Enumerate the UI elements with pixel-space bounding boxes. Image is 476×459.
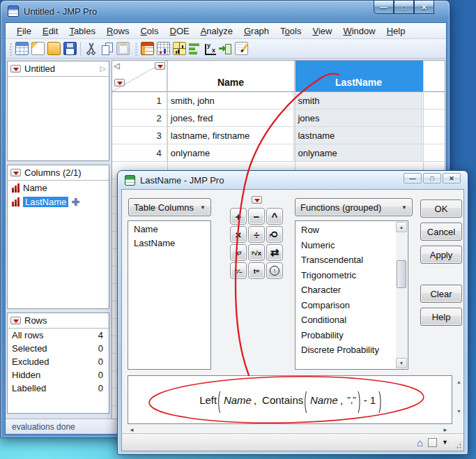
formula-token[interactable]: (: [305, 386, 307, 413]
keypad-toggle-button[interactable]: [428, 438, 437, 447]
name-cell[interactable]: lastname, firstname: [167, 127, 295, 144]
rows-menu-icon[interactable]: [114, 79, 125, 86]
open-icon[interactable]: [47, 42, 61, 55]
cut-icon[interactable]: [84, 42, 98, 55]
function-group-item[interactable]: Numeric: [295, 238, 395, 253]
lastname-cell[interactable]: onlyname: [294, 144, 422, 161]
data-table-icon[interactable]: [141, 42, 154, 55]
function-group-item[interactable]: Probability: [295, 328, 395, 343]
keypad-switch-terms-button[interactable]: Q: [266, 226, 283, 243]
formula-token[interactable]: ",": [347, 395, 356, 405]
column-item-name[interactable]: Name: [8, 181, 109, 195]
menu-graph[interactable]: Graph: [238, 24, 275, 38]
functions-dropdown[interactable]: Functions (grouped) ▼: [295, 198, 413, 216]
clear-button[interactable]: Clear: [420, 285, 462, 303]
function-group-item[interactable]: Transcendental: [295, 253, 395, 268]
function-group-item[interactable]: Discrete Probability: [295, 343, 395, 358]
function-group-item[interactable]: Conditional: [295, 313, 395, 328]
menu-view[interactable]: View: [307, 24, 337, 38]
paste-icon[interactable]: [116, 42, 130, 55]
lastname-cell[interactable]: lastname: [294, 127, 422, 144]
minimize-button[interactable]: —: [374, 1, 394, 14]
formula-token[interactable]: (: [218, 386, 221, 413]
lastname-cell[interactable]: jones: [294, 110, 422, 126]
keypad-sign-button[interactable]: ⁺⁄₋: [230, 262, 247, 279]
grid-corner-cell[interactable]: ◁: [112, 61, 167, 92]
status-dropdown-icon[interactable]: ▼: [442, 439, 448, 446]
formula-scroll-up-icon[interactable]: ▲: [455, 379, 463, 384]
formula-token[interactable]: - 1: [364, 394, 376, 406]
formula-token[interactable]: Contains: [262, 394, 303, 406]
copy-icon[interactable]: [100, 42, 114, 55]
menu-edit[interactable]: Edit: [37, 24, 63, 38]
keypad-add-button[interactable]: +: [230, 208, 247, 225]
function-group-item[interactable]: Comparison: [295, 298, 395, 313]
menu-analyze[interactable]: Analyze: [195, 24, 238, 38]
formula-token[interactable]: ): [379, 386, 382, 413]
table-column-item[interactable]: LastName: [128, 236, 210, 250]
collapse-left-icon[interactable]: ◁: [114, 61, 119, 70]
empty-cell[interactable]: [422, 144, 445, 161]
formula-token[interactable]: Left: [199, 394, 217, 406]
red-triangle-icon[interactable]: [10, 317, 21, 324]
table-columns-list[interactable]: NameLastName: [128, 220, 211, 370]
new-data-table-icon[interactable]: [15, 42, 29, 55]
table-columns-dropdown[interactable]: Table Columns ▼: [128, 198, 211, 216]
graph-builder-icon[interactable]: [189, 42, 202, 55]
save-icon[interactable]: [63, 42, 77, 55]
keypad-subtract-button[interactable]: −: [248, 208, 265, 225]
menu-tables[interactable]: Tables: [63, 24, 101, 38]
name-cell[interactable]: smith, john: [167, 92, 295, 109]
empty-cell[interactable]: [422, 127, 445, 144]
formula-scroll-left-icon[interactable]: ◄: [129, 427, 135, 433]
function-group-item[interactable]: Row: [295, 223, 395, 238]
dialog-close-button[interactable]: ✕: [443, 173, 461, 183]
row-number-cell[interactable]: 2: [112, 110, 167, 126]
red-triangle-icon[interactable]: [10, 65, 21, 73]
formula-token[interactable]: ,: [340, 394, 343, 406]
menu-cols[interactable]: Cols: [135, 24, 164, 38]
function-group-item[interactable]: Trigonometric: [295, 268, 395, 283]
scrollbar-thumb[interactable]: [397, 260, 406, 288]
distribution-icon[interactable]: [173, 42, 186, 55]
formula-token[interactable]: ): [358, 386, 360, 413]
menu-window[interactable]: Window: [337, 24, 381, 38]
scroll-down-icon[interactable]: ▼: [396, 358, 407, 368]
menu-doe[interactable]: DOE: [164, 24, 194, 38]
column-item-lastname[interactable]: LastName: [8, 195, 109, 209]
menu-help[interactable]: Help: [381, 24, 411, 38]
formula-token[interactable]: Name: [224, 394, 252, 406]
dialog-minimize-button[interactable]: —: [404, 173, 422, 183]
resize-grip[interactable]: [454, 441, 462, 449]
keypad-power-button[interactable]: ^: [266, 208, 283, 225]
row-number-cell[interactable]: 3: [112, 127, 167, 144]
keypad-multiply-button[interactable]: ×: [230, 226, 247, 243]
menu-tools[interactable]: Tools: [275, 24, 307, 38]
cancel-button[interactable]: Cancel: [420, 223, 462, 241]
keypad-root-button[interactable]: ʸ√x: [248, 244, 265, 261]
functions-scrollbar[interactable]: ▲ ▼: [396, 222, 407, 368]
red-triangle-icon[interactable]: [10, 169, 21, 176]
keypad-swap-button[interactable]: ⇄: [266, 244, 283, 261]
formula-token[interactable]: Name: [310, 394, 338, 406]
dialog-restore-button[interactable]: □: [423, 173, 441, 183]
help-button[interactable]: Help: [420, 308, 462, 326]
functions-list[interactable]: RowNumericTranscendentalTrigonometricCha…: [295, 220, 408, 370]
script-editor-icon[interactable]: [235, 42, 248, 55]
empty-cell[interactable]: [422, 92, 445, 109]
close-button[interactable]: ✕: [414, 1, 434, 14]
name-cell[interactable]: onlyname: [167, 144, 295, 161]
columns-menu-icon[interactable]: [155, 62, 165, 70]
new-journal-icon[interactable]: [31, 42, 45, 55]
empty-cell[interactable]: [422, 110, 445, 126]
keypad-divide-button[interactable]: ÷: [248, 226, 265, 243]
row-number-cell[interactable]: 4: [112, 144, 167, 161]
menu-file[interactable]: File: [11, 24, 37, 38]
empty-column-header[interactable]: [423, 61, 445, 92]
scroll-up-icon[interactable]: ▲: [396, 222, 407, 232]
formula-scroll-down-icon[interactable]: ▼: [455, 409, 463, 414]
home-icon[interactable]: ⌂: [417, 437, 423, 448]
keypad-peel-button[interactable]: ↑: [266, 262, 283, 279]
table-column-item[interactable]: Name: [128, 223, 210, 236]
apply-button[interactable]: Apply: [420, 246, 462, 264]
